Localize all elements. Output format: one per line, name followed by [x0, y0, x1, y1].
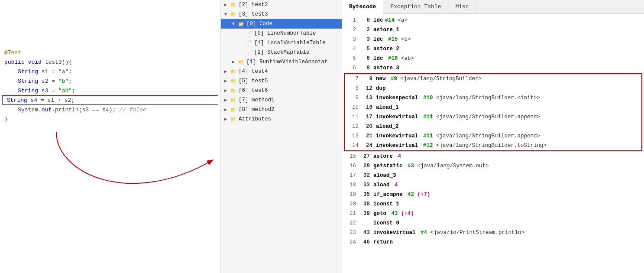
tree-item-runtimevisible[interactable]: ▶ 📁 [1] RuntimeVisibleAnnotat [221, 57, 342, 67]
code-line-println: System. out .println(s3 == s4); // false [0, 105, 220, 114]
bc-row-19: 19 35 if_acmpne 42 (+7) [342, 190, 644, 199]
tree-item-test2[interactable]: ▶ 📁 [2] test2 [221, 0, 342, 10]
expand-arrow: ▶ [224, 2, 230, 7]
tree-label: [5] test5 [239, 78, 268, 84]
bytecode-pane: Bytecode Exception Table Misc 1 0 ldc #1… [342, 0, 644, 273]
folder-icon: 📁 [230, 68, 237, 75]
code-line-s4-highlighted: String s4 = s1 + s2; [2, 95, 218, 105]
tree-item-linenumbertable[interactable]: 📄 [0] LineNumberTable [221, 29, 342, 38]
tree-label: Attributes [239, 116, 271, 122]
tree-item-test5[interactable]: ▶ 📁 [5] test5 [221, 76, 342, 86]
bc-row-10: 10 16 aload_1 [345, 103, 641, 112]
bc-row-22: 22 iconst_0 [342, 218, 644, 228]
bytecode-tabs: Bytecode Exception Table Misc [342, 0, 644, 14]
folder-icon: 📁 [230, 88, 237, 94]
bc-row-17: 17 32 aload_3 [342, 171, 644, 180]
bc-row-8: 8 12 dup [345, 84, 641, 93]
expand-arrow: ▶ [224, 117, 230, 122]
tab-label: Bytecode [349, 3, 376, 10]
code-line-method: public void test3(){ [0, 57, 220, 67]
bc-row-16: 16 29 getstatic #3 <java/lang/System.out… [342, 161, 644, 171]
bc-row-12: 12 20 aload_2 [345, 122, 641, 131]
tab-bytecode[interactable]: Bytecode [342, 0, 383, 14]
tab-exception-table[interactable]: Exception Table [383, 0, 448, 13]
code-line-close: } [0, 114, 220, 124]
bc-row-20: 20 38 iconst_1 [342, 199, 644, 209]
tree-label: [1] RuntimeVisibleAnnotat [246, 59, 328, 65]
bc-row-1: 1 0 ldc #14 <a> [342, 16, 644, 25]
tree-label: [3] test3 [239, 11, 268, 17]
bc-row-7: 7 9 new #9 <java/lang/StringBuilder> [345, 74, 641, 84]
tree-item-test3[interactable]: ▼ 📁 [3] test3 [221, 10, 342, 19]
bc-row-14: 14 24 invokevirtual #12 <java/lang/Strin… [345, 141, 641, 150]
expand-arrow: ▶ [232, 59, 237, 65]
tree-item-stackmaptable[interactable]: 📄 [2] StackMapTable [221, 48, 342, 57]
tree-label: [4] test4 [239, 68, 268, 75]
tree-label: [2] StackMapTable [254, 49, 310, 55]
tree-item-attributes[interactable]: ▶ 📁 Attributes [221, 114, 342, 124]
bc-row-15: 15 27 astore 4 [342, 152, 644, 161]
tree-item-method1[interactable]: ▶ 📁 [7] method1 [221, 95, 342, 105]
tree-label: [0] Code [246, 21, 272, 27]
code-line-s3: String s3 = "ab" ; [0, 86, 220, 95]
folder-icon: 📁 [230, 11, 237, 17]
tree-item-method2[interactable]: ▶ 📁 [8] method2 [221, 105, 342, 114]
code-editor: @Test public void test3(){ String s1 = "… [0, 0, 221, 273]
expand-arrow: ▶ [224, 88, 230, 93]
bc-row-4: 4 5 astore_2 [342, 44, 644, 54]
bc-row-21: 21 39 goto 43 (+4) [342, 209, 644, 218]
folder-icon: 📁 [230, 97, 237, 103]
bc-row-6: 6 8 astore_3 [342, 63, 644, 73]
bc-row-11: 11 17 invokevirtual #11 <java/lang/Strin… [345, 112, 641, 122]
file-icon: 📄 [245, 49, 253, 55]
expand-arrow: ▶ [224, 98, 230, 103]
bc-row-13: 13 21 invokevirtual #11 <java/lang/Strin… [345, 131, 641, 141]
tree-label: [6] test6 [239, 88, 268, 94]
tree-label: [7] method1 [239, 97, 275, 103]
bc-row-18: 18 33 aload 4 [342, 180, 644, 190]
tree-label: [2] test2 [239, 2, 268, 8]
bc-row-2: 2 2 astore_1 [342, 25, 644, 35]
folder-icon: 📁 [230, 2, 237, 8]
code-line-annotation: @Test [0, 48, 220, 57]
expand-arrow: ▶ [224, 69, 230, 74]
tab-misc[interactable]: Misc [448, 0, 476, 13]
bc-row-23: 23 43 invokevirtual #4 <java/io/PrintStr… [342, 228, 644, 237]
bc-row-9: 9 13 invokespecial #10 <java/lang/String… [345, 93, 641, 103]
tree-item-localvariabletable[interactable]: 📄 [1] LocalVariableTable [221, 38, 342, 48]
expand-arrow: ▼ [224, 12, 230, 17]
tree-label: [0] LineNumberTable [254, 30, 316, 36]
code-line-s2: String s2 = "b" ; [0, 76, 220, 86]
file-icon: 📄 [245, 40, 253, 46]
folder-icon: 📁 [237, 59, 245, 65]
tree-label: [8] method2 [239, 107, 275, 113]
bytecode-rows: 1 0 ldc #14 <a> 2 2 astore_1 3 3 ldc #15… [342, 16, 644, 247]
tree-label: [1] LocalVariableTable [254, 40, 326, 46]
tree-item-test6[interactable]: ▶ 📁 [6] test6 [221, 86, 342, 95]
highlighted-bytecode-section: 7 9 new #9 <java/lang/StringBuilder> 8 1… [344, 73, 642, 151]
tree-item-test4[interactable]: ▶ 📁 [4] test4 [221, 67, 342, 76]
folder-icon: 📁 [237, 21, 245, 27]
bc-row-24: 24 46 return [342, 237, 644, 247]
tab-label: Exception Table [390, 3, 441, 10]
tab-label: Misc [455, 3, 469, 10]
bc-row-3: 3 3 ldc #15 <b> [342, 35, 644, 44]
annotation-text: @Test [4, 49, 21, 56]
folder-icon: 📁 [230, 107, 237, 113]
folder-icon: 📁 [230, 116, 237, 122]
bc-row-5: 5 6 ldc #16 <ab> [342, 54, 644, 63]
tree-pane: ▶ 📁 [2] test2 ▼ 📁 [3] test3 ▼ 📁 [0] Code… [221, 0, 342, 273]
expand-arrow: ▼ [232, 22, 237, 26]
bytecode-content: 1 0 ldc #14 <a> 2 2 astore_1 3 3 ldc #15… [342, 14, 644, 273]
expand-arrow: ▶ [224, 78, 230, 84]
tree-item-code[interactable]: ▼ 📁 [0] Code [221, 19, 342, 29]
file-icon: 📄 [245, 30, 253, 36]
folder-icon: 📁 [230, 78, 237, 84]
expand-arrow: ▶ [224, 107, 230, 112]
code-line-s1: String s1 = "a" ; [0, 67, 220, 76]
